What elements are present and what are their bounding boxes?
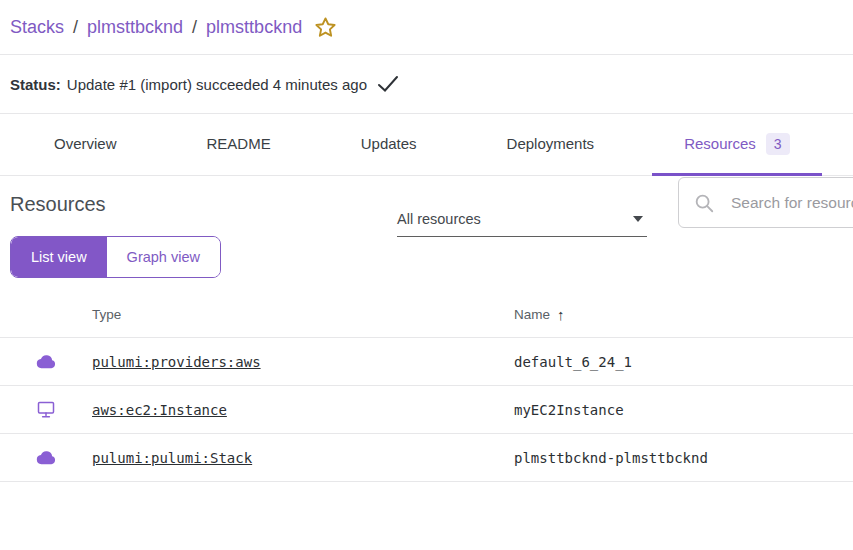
- status-label: Status:: [10, 76, 61, 93]
- table-row: pulumi:pulumi:Stack plmsttbcknd-plmsttbc…: [0, 434, 853, 482]
- resource-filter-value: All resources: [397, 211, 481, 227]
- success-check-icon: [377, 75, 399, 93]
- resource-search-box: [678, 177, 853, 228]
- resource-type-link[interactable]: pulumi:pulumi:Stack: [92, 450, 252, 466]
- resource-type-link[interactable]: pulumi:providers:aws: [92, 354, 261, 370]
- resources-controls: Resources All resources List view Graph …: [0, 176, 853, 291]
- graph-view-button[interactable]: Graph view: [107, 237, 220, 277]
- resource-name: myEC2Instance: [514, 402, 853, 418]
- table-header-row: Type Name ↑: [0, 291, 853, 338]
- name-column-header[interactable]: Name ↑: [514, 306, 853, 323]
- tab-label: Deployments: [507, 135, 595, 152]
- resource-type-link[interactable]: aws:ec2:Instance: [92, 402, 227, 418]
- status-text: Update #1 (import) succeeded 4 minutes a…: [67, 76, 367, 93]
- table-row: aws:ec2:Instance myEC2Instance: [0, 386, 853, 434]
- table-row: pulumi:providers:aws default_6_24_1: [0, 338, 853, 386]
- type-header-label: Type: [92, 307, 121, 322]
- search-icon: [693, 192, 715, 214]
- tab-updates[interactable]: Updates: [329, 114, 449, 176]
- stack-tabs: Overview README Updates Deployments Reso…: [0, 114, 853, 176]
- sort-ascending-icon: ↑: [557, 306, 565, 323]
- cloud-icon: [0, 450, 92, 465]
- resources-table: Type Name ↑ pulumi:providers:aws default…: [0, 291, 853, 482]
- breadcrumb-bar: Stacks / plmsttbcknd / plmsttbcknd: [0, 0, 853, 55]
- tab-label: Updates: [361, 135, 417, 152]
- breadcrumb-project-link[interactable]: plmsttbcknd: [87, 17, 183, 38]
- chevron-down-icon: [633, 216, 643, 222]
- resources-count-badge: 3: [766, 133, 790, 155]
- tab-label: Resources: [684, 135, 756, 152]
- resource-name: default_6_24_1: [514, 354, 853, 370]
- view-toggle: List view Graph view: [10, 236, 221, 278]
- monitor-icon: [0, 401, 92, 418]
- breadcrumb-stacks-link[interactable]: Stacks: [10, 17, 64, 38]
- cloud-icon: [0, 354, 92, 369]
- favorite-star-icon[interactable]: [314, 16, 337, 39]
- tab-overview[interactable]: Overview: [22, 114, 149, 176]
- tab-label: README: [207, 135, 271, 152]
- status-bar: Status: Update #1 (import) succeeded 4 m…: [0, 55, 853, 114]
- breadcrumb: Stacks / plmsttbcknd / plmsttbcknd: [10, 17, 302, 38]
- list-view-button[interactable]: List view: [11, 237, 107, 277]
- breadcrumb-stack-link[interactable]: plmsttbcknd: [206, 17, 302, 38]
- tab-deployments[interactable]: Deployments: [475, 114, 627, 176]
- search-input[interactable]: [731, 194, 853, 212]
- breadcrumb-separator: /: [73, 17, 78, 38]
- page-title: Resources: [10, 193, 106, 216]
- tab-label: Overview: [54, 135, 117, 152]
- name-header-label: Name: [514, 307, 550, 322]
- tab-resources[interactable]: Resources 3: [652, 114, 822, 176]
- tab-readme[interactable]: README: [175, 114, 303, 176]
- breadcrumb-separator: /: [192, 17, 197, 38]
- type-column-header[interactable]: Type: [92, 307, 514, 322]
- resource-name: plmsttbcknd-plmsttbcknd: [514, 450, 853, 466]
- resource-filter-select[interactable]: All resources: [397, 211, 647, 237]
